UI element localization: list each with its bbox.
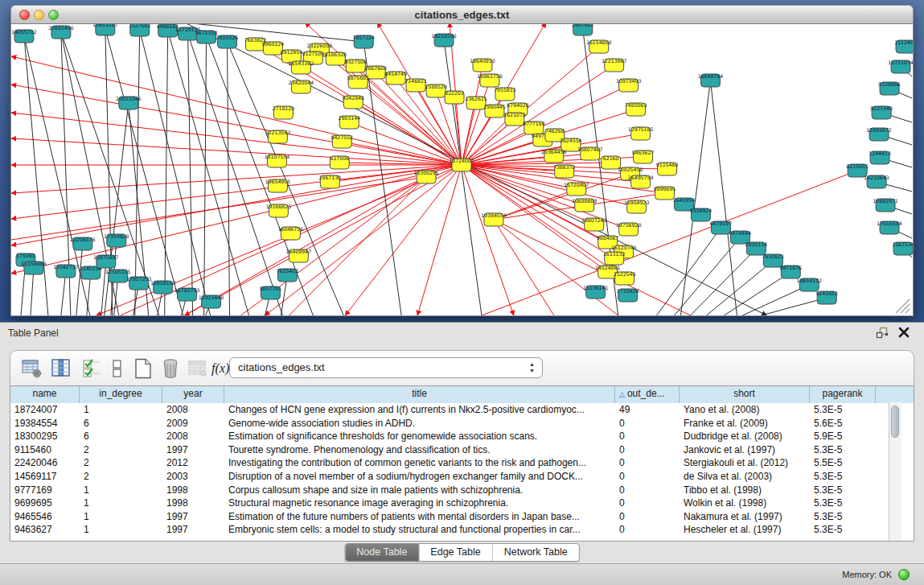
network-node[interactable]: 15692971 <box>873 198 898 212</box>
network-node[interactable]: 18300295 <box>413 170 439 183</box>
network-node[interactable]: 19654905 <box>265 179 291 192</box>
network-node[interactable]: 10807487 <box>577 146 603 160</box>
table-row[interactable]: 1456911722003Disruption of a novel membe… <box>10 470 914 484</box>
network-node[interactable]: 12093872 <box>866 127 892 141</box>
network-node[interactable]: 16782753 <box>175 287 200 301</box>
network-node[interactable]: 16154808 <box>586 39 612 53</box>
column-header-name[interactable]: name <box>10 386 80 403</box>
network-node[interactable]: 16648784 <box>698 73 724 87</box>
network-node[interactable]: 10975887 <box>93 254 119 268</box>
network-node[interactable]: 7146821 <box>405 78 427 92</box>
network-edge[interactable] <box>165 31 168 315</box>
network-node[interactable]: 23420044 <box>289 80 314 93</box>
network-node[interactable]: 9463627 <box>632 150 655 163</box>
delete-table-icon[interactable] <box>187 357 208 380</box>
network-edge[interactable] <box>188 34 283 315</box>
table-scrollbar[interactable] <box>889 402 901 541</box>
network-node[interactable]: 17957253 <box>126 276 152 290</box>
network-node[interactable]: 20691406 <box>48 25 74 39</box>
network-node[interactable]: 8427552 <box>331 134 353 148</box>
network-node[interactable]: 15720407 <box>564 182 589 196</box>
table-row[interactable]: 946554611997Estimation of the future num… <box>10 510 914 524</box>
network-node[interactable]: 7386372 <box>553 164 576 178</box>
network-node[interactable]: 9245652 <box>815 290 838 304</box>
column-header-year[interactable]: year <box>162 386 224 403</box>
network-node[interactable]: 7955812 <box>494 87 516 101</box>
column-header-pagerank[interactable]: pagerank <box>810 386 876 403</box>
network-node[interactable]: 17016504 <box>877 220 902 234</box>
network-edge[interactable] <box>462 103 476 165</box>
network-node[interactable]: 18724007 <box>449 158 474 171</box>
network-node[interactable]: 12975185 <box>628 126 654 140</box>
network-node[interactable]: 2903144 <box>338 115 360 129</box>
network-node[interactable]: 1112404 <box>894 39 913 53</box>
network-node[interactable]: 2718120 <box>273 105 295 119</box>
table-row[interactable]: 2242004622012Investigating the contribut… <box>10 456 914 470</box>
show-column-icon[interactable] <box>51 357 72 380</box>
table-row[interactable]: 911546021997Tourette syndrome. Phenomeno… <box>10 443 914 457</box>
network-edge[interactable] <box>135 30 140 315</box>
network-node[interactable]: 1527602 <box>129 24 151 36</box>
column-header-out-de-[interactable]: △out_de... <box>615 386 680 403</box>
network-node[interactable]: 7857224 <box>352 35 375 48</box>
network-edge[interactable] <box>742 285 809 315</box>
network-node[interactable]: 8454749 <box>384 71 407 84</box>
network-node[interactable]: 1615132 <box>603 251 626 265</box>
table-row[interactable]: 1938455462009Genome-wide association stu… <box>10 417 914 431</box>
network-node[interactable]: 1167534 <box>892 241 913 255</box>
network-node[interactable]: 822203 <box>445 90 464 104</box>
network-node[interactable]: 1733426 <box>617 288 639 302</box>
table-selector-dropdown[interactable]: citations_edges.txt ▲▼ <box>229 357 543 378</box>
network-edge[interactable] <box>31 268 34 315</box>
create-column-icon[interactable] <box>133 357 154 380</box>
network-edge[interactable] <box>444 40 482 315</box>
network-node[interactable]: 20053346 <box>116 96 142 109</box>
network-node[interactable]: 1588520 <box>425 84 447 97</box>
table-row[interactable]: 969969511998Structural magnetic resonanc… <box>10 496 914 510</box>
network-node[interactable]: 12213563 <box>265 130 291 143</box>
network-edge[interactable] <box>417 165 462 315</box>
network-node[interactable]: 9327508 <box>344 59 367 72</box>
network-node[interactable]: 2687682 <box>572 24 594 35</box>
network-canvas[interactable]: 1405571220691406106532871527602646616110… <box>10 24 914 316</box>
tab-edge-table[interactable]: Edge Table <box>419 544 492 561</box>
network-node[interactable]: 10688609 <box>572 198 598 212</box>
table-mode-icon[interactable] <box>22 357 43 380</box>
network-edge[interactable] <box>168 31 249 315</box>
network-node[interactable]: 19218506 <box>431 33 457 47</box>
network-window[interactable]: citations_edges.txt 14055712206914061065… <box>10 5 914 316</box>
float-panel-icon[interactable] <box>876 327 889 339</box>
network-graph[interactable]: 1405571220691406106532871527602646616110… <box>11 24 913 315</box>
network-node[interactable]: 9338924 <box>690 208 713 221</box>
network-node[interactable]: 16409947 <box>286 249 312 262</box>
network-node[interactable]: 16046756 <box>278 226 304 240</box>
network-node[interactable]: 16210643 <box>864 175 889 188</box>
scrollbar-thumb[interactable] <box>891 406 899 438</box>
network-node[interactable]: 2867130 <box>319 175 342 188</box>
network-edge[interactable] <box>706 261 773 315</box>
network-node[interactable]: 9329966 <box>878 81 901 95</box>
resize-grip-icon[interactable] <box>896 299 910 313</box>
network-node[interactable]: 9671358 <box>195 30 218 43</box>
network-node[interactable]: 10653287 <box>92 24 118 35</box>
network-node[interactable]: 1990445 <box>483 104 506 117</box>
unselect-all-columns-icon[interactable] <box>107 357 128 380</box>
network-node[interactable]: 617006 <box>330 155 349 169</box>
network-node[interactable]: 18107554 <box>265 154 290 167</box>
network-edge[interactable] <box>462 165 514 315</box>
network-node[interactable]: 20364456 <box>541 149 567 163</box>
network-node[interactable]: 8471676 <box>780 265 803 278</box>
network-node[interactable]: 12213967 <box>602 58 627 72</box>
network-node[interactable]: 16543362 <box>289 60 314 74</box>
network-edge[interactable] <box>289 177 426 315</box>
network-node[interactable]: 13342737 <box>53 264 79 278</box>
table-row[interactable]: 1872400712008Changes of HCN gene express… <box>10 403 914 417</box>
network-edge[interactable] <box>228 42 230 315</box>
network-edge[interactable] <box>11 84 462 165</box>
tab-node-table[interactable]: Node Table <box>345 544 419 561</box>
network-node[interactable]: 5875685 <box>347 75 369 89</box>
network-node[interactable]: 10958107 <box>150 280 176 294</box>
memory-status-icon[interactable] <box>898 569 910 580</box>
network-node[interactable]: 7485063 <box>625 102 647 116</box>
network-node[interactable]: 14055712 <box>11 29 37 43</box>
